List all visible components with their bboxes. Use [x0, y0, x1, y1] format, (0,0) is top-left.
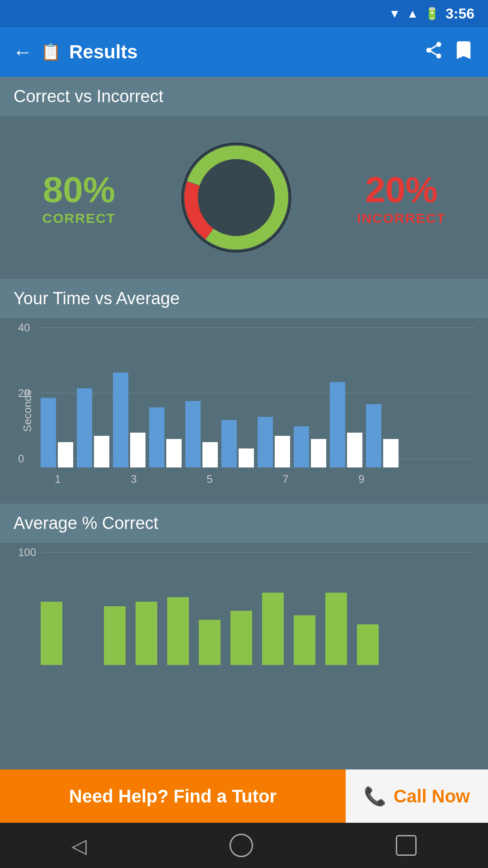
bars-container: [41, 341, 474, 467]
y-label-40: 40: [18, 321, 30, 334]
share-icon[interactable]: [424, 40, 444, 64]
battery-icon: 🔋: [425, 7, 439, 21]
x-label-8: [306, 473, 341, 486]
bottom-banner: Need Help? Find a Tutor 📞 Call Now: [0, 769, 488, 823]
bar-white-10: [383, 439, 399, 467]
bar-white-4: [166, 439, 182, 467]
avg-bar-11: [357, 624, 379, 665]
avg-bar-1: [41, 602, 62, 665]
incorrect-stat: 20% INCORRECT: [357, 169, 446, 226]
bar-blue-10: [366, 404, 381, 467]
correct-label: CORRECT: [42, 211, 116, 226]
x-label-1: 1: [41, 473, 75, 486]
time-chart-section: Seconds 40 20 0: [0, 318, 488, 504]
find-tutor-label: Need Help? Find a Tutor: [69, 786, 277, 807]
doc-icon: 📋: [41, 42, 61, 61]
avg-bar-5: [167, 597, 189, 665]
bar-blue-2: [77, 388, 92, 467]
nav-bar: ◁: [0, 823, 488, 868]
bar-blue-8: [294, 426, 309, 467]
bar-group-6: [221, 420, 254, 467]
avg-bar-9: [294, 615, 315, 665]
incorrect-label: INCORRECT: [357, 211, 446, 226]
x-label-9: 9: [344, 473, 379, 486]
bar-group-2: [77, 388, 109, 467]
bar-white-1: [58, 442, 73, 467]
bar-group-7: [258, 417, 290, 467]
x-label-2: [79, 473, 113, 486]
bar-blue-4: [149, 407, 164, 467]
y-label-20: 20: [18, 387, 30, 400]
bar-white-5: [202, 442, 218, 467]
recents-nav-button[interactable]: [396, 835, 417, 856]
bar-white-3: [130, 433, 145, 467]
bar-white-9: [347, 433, 362, 467]
bar-group-10: [366, 404, 399, 467]
status-bar: ▼ ▲ 🔋 3:56: [0, 0, 488, 27]
avg-y-label-100: 100: [18, 546, 36, 559]
find-tutor-button[interactable]: Need Help? Find a Tutor: [0, 769, 346, 823]
avg-chart-section: 100: [0, 543, 488, 674]
avg-bars-container: [41, 575, 474, 665]
bar-group-1: [41, 398, 73, 467]
page-title: Results: [69, 41, 416, 63]
x-label-10: [382, 473, 417, 486]
bar-group-4: [149, 407, 182, 467]
x-label-6: [230, 473, 265, 486]
time-display: 3:56: [446, 5, 474, 22]
bar-blue-5: [185, 401, 201, 467]
section-header-time: Your Time vs Average: [0, 279, 488, 318]
svg-point-3: [198, 159, 275, 236]
bar-group-5: [185, 401, 218, 467]
x-labels: 1 3 5 7 9: [41, 473, 474, 486]
bar-blue-7: [258, 417, 273, 467]
bar-blue-9: [330, 382, 345, 467]
avg-bar-4: [136, 602, 157, 665]
correct-percentage: 80%: [42, 169, 116, 211]
correct-stat: 80% CORRECT: [42, 169, 116, 226]
avg-bar-6: [199, 620, 221, 665]
call-now-button[interactable]: 📞 Call Now: [346, 769, 488, 823]
bar-white-8: [311, 439, 326, 467]
phone-icon: 📞: [364, 786, 386, 807]
avg-bar-10: [325, 593, 347, 665]
time-chart-area: 40 20 0: [27, 327, 474, 490]
section-header-correct: Correct vs Incorrect: [0, 77, 488, 116]
bar-blue-3: [113, 373, 128, 467]
avg-bar-7: [230, 611, 252, 665]
donut-chart-section: 80% CORRECT 20% INCORRECT: [0, 116, 488, 279]
signal-icon: ▲: [407, 7, 418, 21]
bar-group-8: [294, 426, 326, 467]
y-label-0: 0: [18, 453, 24, 465]
bar-white-6: [239, 448, 254, 467]
avg-chart-area: 100: [27, 552, 474, 665]
back-nav-button[interactable]: ◁: [71, 834, 87, 857]
bar-group-3: [113, 373, 145, 467]
bar-blue-1: [41, 398, 56, 467]
bar-group-9: [330, 382, 362, 467]
x-label-7: 7: [268, 473, 303, 486]
bar-blue-6: [221, 420, 237, 467]
back-button[interactable]: ←: [13, 42, 33, 62]
x-label-3: 3: [117, 473, 151, 486]
donut-chart: [173, 134, 300, 261]
wifi-icon: ▼: [389, 7, 400, 21]
bookmark-icon[interactable]: [452, 38, 475, 66]
app-bar: ← 📋 Results: [0, 27, 488, 77]
avg-bar-8: [262, 593, 284, 665]
bar-white-7: [275, 436, 290, 467]
section-header-avg: Average % Correct: [0, 504, 488, 543]
x-label-4: [155, 473, 189, 486]
incorrect-percentage: 20%: [357, 169, 446, 211]
bar-white-2: [94, 436, 109, 467]
home-nav-button[interactable]: [230, 834, 253, 857]
call-now-label: Call Now: [394, 786, 470, 807]
avg-bar-3: [104, 606, 126, 665]
x-label-5: 5: [192, 473, 227, 486]
